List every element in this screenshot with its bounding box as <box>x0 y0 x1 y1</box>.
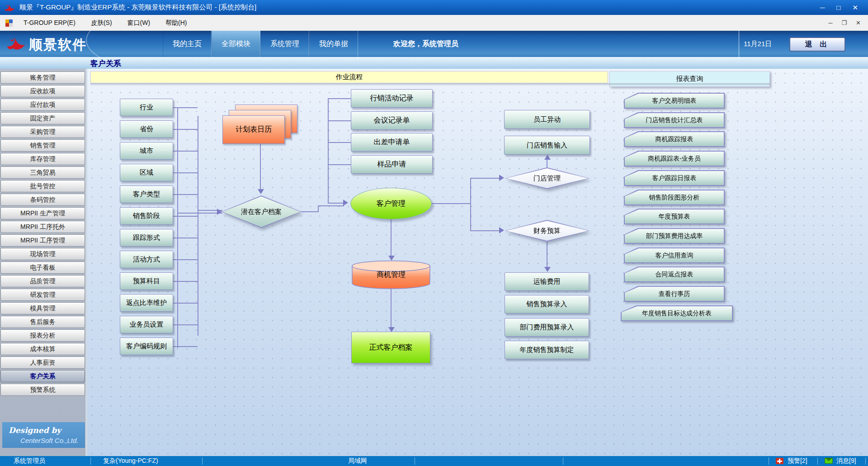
process-header: 作业流程 <box>90 71 608 83</box>
budget-node[interactable]: 年度销售预算制定 <box>505 341 589 359</box>
connector-line <box>328 98 352 99</box>
sidebar-item[interactable]: 模具管理 <box>0 302 85 314</box>
sidebar-item[interactable]: 采购管理 <box>0 126 85 138</box>
sidebar-item[interactable]: MRPII 工序托外 <box>0 221 85 233</box>
sidebar-item[interactable]: 库存管理 <box>0 153 85 165</box>
store-management-label: 门店管理 <box>505 167 589 189</box>
exit-button[interactable]: 退 出 <box>789 37 845 52</box>
tab-我的单据[interactable]: 我的单据 <box>309 31 358 57</box>
sidebar-item[interactable]: 销售管理 <box>0 139 85 152</box>
sidebar-item[interactable]: 条码管控 <box>0 194 85 206</box>
report-item-label: 销售阶段图形分析 <box>624 190 725 205</box>
config-node[interactable]: 区域 <box>120 164 173 181</box>
budget-node[interactable]: 销售预算录入 <box>505 295 589 314</box>
menu-item[interactable]: T-GROUP ERP(E) <box>17 17 82 29</box>
sidebar-item[interactable]: 研发管理 <box>0 289 85 301</box>
sidebar-item[interactable]: MRPII 工序管理 <box>0 234 85 247</box>
mdi-close-icon[interactable]: ✕ <box>856 19 861 26</box>
menu-item[interactable]: 窗口(W) <box>121 17 157 29</box>
report-item[interactable]: 门店销售统计汇总表 <box>624 112 725 128</box>
activity-node[interactable]: 会议记录单 <box>351 111 433 130</box>
config-node[interactable]: 活动方式 <box>120 251 173 268</box>
hr-node[interactable]: 门店销售输入 <box>504 136 590 155</box>
sidebar-item[interactable]: 三角贸易 <box>0 166 85 179</box>
report-item[interactable]: 查看行事历 <box>624 286 725 302</box>
formal-customer-box[interactable]: 正式客户档案 <box>351 332 430 363</box>
activity-node[interactable]: 行销活动记录 <box>351 89 433 108</box>
menu-item[interactable]: 皮肤(S) <box>85 17 118 29</box>
connector-line <box>470 178 502 179</box>
report-item[interactable]: 年度销售目标达成分析表 <box>621 305 733 321</box>
header-shadow <box>90 83 770 86</box>
customer-management-ellipse[interactable]: 客户管理 <box>350 188 432 219</box>
store-management-diamond[interactable]: 门店管理 <box>505 167 589 189</box>
report-item[interactable]: 客户信用查询 <box>624 247 725 263</box>
menubar-items: T-GROUP ERP(E)皮肤(S)窗口(W)帮助(H) <box>17 17 196 29</box>
sidebar-item[interactable]: 成本核算 <box>0 343 85 355</box>
config-node[interactable]: 省份 <box>120 120 173 138</box>
sidebar-item[interactable]: 报表分析 <box>0 329 85 342</box>
tab-系统管理[interactable]: 系统管理 <box>260 31 309 57</box>
config-node[interactable]: 预算科目 <box>120 272 173 290</box>
config-node[interactable]: 销售阶段 <box>120 207 173 225</box>
sidebar-item[interactable]: 客户关系 <box>0 370 85 382</box>
sidebar-item[interactable]: 应付款项 <box>0 99 85 111</box>
menu-item[interactable]: 帮助(H) <box>159 17 193 29</box>
sidebar-item[interactable]: 账务管理 <box>0 71 85 84</box>
header-date: 11月21日 <box>739 31 772 57</box>
config-node[interactable]: 返点比率维护 <box>120 294 173 312</box>
window-title: 顺景『T-GROUP』制造业ERP系统 - 东莞顺景软件科技有限公司 - [系统… <box>19 3 256 12</box>
minimize-icon[interactable]: ─ <box>820 4 825 12</box>
report-item[interactable]: 合同返点报表 <box>624 266 725 282</box>
config-node[interactable]: 客户类型 <box>120 185 173 203</box>
mdi-minimize-icon[interactable]: ─ <box>828 19 832 26</box>
activity-node[interactable]: 样品申请 <box>351 155 433 174</box>
page-title-strip: 客户关系 <box>0 57 868 69</box>
config-node[interactable]: 业务员设置 <box>120 316 173 333</box>
sidebar-item[interactable]: 固定资产 <box>0 112 85 124</box>
status-alert[interactable]: 预警[2] <box>788 457 807 465</box>
report-item[interactable]: 年度预算表 <box>624 209 725 224</box>
activity-node[interactable]: 出差申请单 <box>351 133 433 152</box>
sidebar-item[interactable]: 批号管控 <box>0 180 85 192</box>
sidebar-item[interactable]: 品质管理 <box>0 275 85 287</box>
maximize-icon[interactable]: □ <box>836 4 840 12</box>
sidebar-item[interactable]: 应收款项 <box>0 85 85 97</box>
connector-line <box>173 303 198 304</box>
config-node[interactable]: 跟踪形式 <box>120 229 173 247</box>
sidebar-item[interactable]: 电子看板 <box>0 262 85 274</box>
config-node[interactable]: 城市 <box>120 142 173 160</box>
calendar-node[interactable]: 计划表日历 <box>222 115 285 144</box>
connector-line <box>301 211 319 212</box>
potential-customer-diamond[interactable]: 潜在客户档案 <box>222 195 301 228</box>
budget-node[interactable]: 运输费用 <box>505 272 589 291</box>
opportunity-cylinder[interactable]: 商机管理 <box>351 260 431 290</box>
hr-node[interactable]: 员工异动 <box>504 110 590 129</box>
connector-line <box>391 289 392 328</box>
report-item-label: 客户信用查询 <box>624 247 725 263</box>
sidebar-item[interactable]: MRPII 生产管理 <box>0 207 85 219</box>
report-item[interactable]: 客户交易明细表 <box>624 93 725 109</box>
arrow-icon <box>544 267 551 272</box>
report-item[interactable]: 商机跟踪表-业务员 <box>624 151 725 166</box>
config-node[interactable]: 行业 <box>120 99 173 116</box>
report-item-label: 客户跟踪日报表 <box>624 170 725 186</box>
report-item[interactable]: 部门预算费用达成率 <box>624 228 725 244</box>
tab-全部模块[interactable]: 全部模块 <box>212 31 260 57</box>
status-message[interactable]: 消息[9] <box>836 457 856 465</box>
report-item[interactable]: 销售阶段图形分析 <box>624 190 725 205</box>
sidebar-item[interactable]: 人事薪资 <box>0 357 85 369</box>
config-node[interactable]: 客户编码规则 <box>120 338 173 355</box>
status-separator <box>563 457 563 465</box>
sidebar-item[interactable]: 现场管理 <box>0 248 85 260</box>
finance-budget-diamond[interactable]: 财务预算 <box>505 220 589 242</box>
nav-tabs: 我的主页全部模块系统管理我的单据 <box>163 31 358 57</box>
report-item[interactable]: 商机跟踪报表 <box>624 131 725 147</box>
sidebar-item[interactable]: 预警系统 <box>0 384 85 396</box>
tab-我的主页[interactable]: 我的主页 <box>163 31 212 57</box>
report-item[interactable]: 客户跟踪日报表 <box>624 170 725 186</box>
mdi-restore-icon[interactable]: ❐ <box>841 19 847 26</box>
close-icon[interactable]: ✕ <box>852 4 858 12</box>
budget-node[interactable]: 部门费用预算录入 <box>505 318 589 337</box>
sidebar-item[interactable]: 售后服务 <box>0 316 85 328</box>
